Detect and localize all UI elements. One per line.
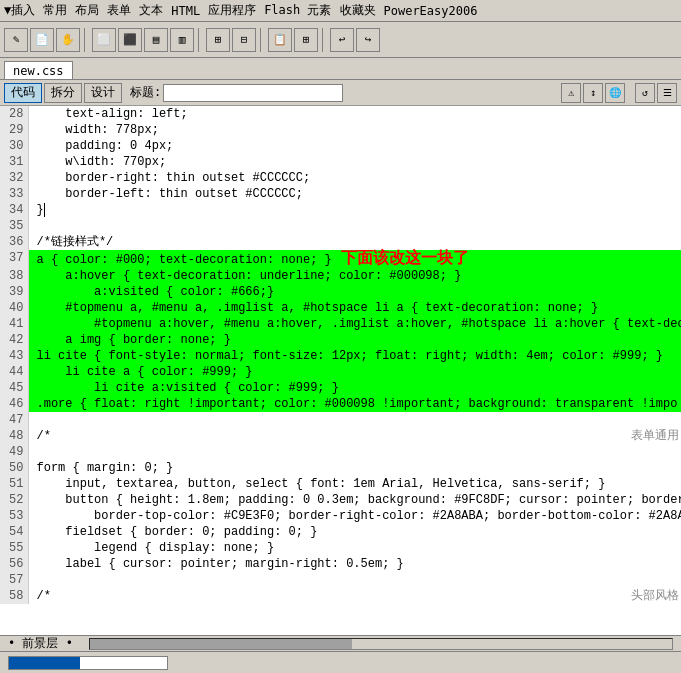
toolbar-btn-4[interactable]: ⬜ — [92, 28, 116, 52]
code-content: w\idth: 770px; — [28, 154, 681, 170]
horizontal-scroll[interactable]: • 前景层 • — [0, 635, 681, 649]
code-content: label { cursor: pointer; margin-right: 0… — [28, 556, 681, 572]
options-icon[interactable]: ☰ — [657, 83, 677, 103]
toolbar-btn-5[interactable]: ⬛ — [118, 28, 142, 52]
text-cursor — [44, 203, 45, 217]
code-content: border-top-color: #C9E3F0; border-right-… — [28, 508, 681, 524]
code-content: width: 778px; — [28, 122, 681, 138]
line-number: 34 — [0, 202, 28, 218]
toolbar-btn-9[interactable]: ⊟ — [232, 28, 256, 52]
menu-text[interactable]: 文本 — [139, 2, 163, 19]
toolbar: ✎ 📄 ✋ ⬜ ⬛ ▤ ▥ ⊞ ⊟ 📋 ⊞ ↩ ↪ — [0, 22, 681, 58]
menu-flash[interactable]: Flash 元素 — [264, 2, 331, 19]
toolbar-btn-6[interactable]: ▤ — [144, 28, 168, 52]
table-row: 49 — [0, 444, 681, 460]
code-content: button { height: 1.8em; padding: 0 0.3em… — [28, 492, 681, 508]
code-content: #topmenu a, #menu a, .imglist a, #hotspa… — [28, 300, 681, 316]
table-row: 51 input, textarea, button, select { fon… — [0, 476, 681, 492]
code-content: /*链接样式*/ — [28, 234, 681, 250]
toolbar-btn-1[interactable]: ✎ — [4, 28, 28, 52]
line-number: 55 — [0, 540, 28, 556]
menu-html[interactable]: HTML — [171, 4, 200, 18]
code-content: padding: 0 4px; — [28, 138, 681, 154]
menu-layout[interactable]: 布局 — [75, 2, 99, 19]
table-row: 30 padding: 0 4px; — [0, 138, 681, 154]
line-number: 50 — [0, 460, 28, 476]
table-row: 52 button { height: 1.8em; padding: 0 0.… — [0, 492, 681, 508]
code-content: /*头部风格 — [28, 588, 681, 604]
code-content: } — [28, 202, 681, 218]
code-content: fieldset { border: 0; padding: 0; } — [28, 524, 681, 540]
menu-app[interactable]: 应用程序 — [208, 2, 256, 19]
table-row: 53 border-top-color: #C9E3F0; border-rig… — [0, 508, 681, 524]
design-view-btn[interactable]: 设计 — [84, 83, 122, 103]
table-row: 43li cite { font-style: normal; font-siz… — [0, 348, 681, 364]
code-content: #topmenu a:hover, #menu a:hover, .imglis… — [28, 316, 681, 332]
toolbar-btn-7[interactable]: ▥ — [170, 28, 194, 52]
table-row: 34} — [0, 202, 681, 218]
validate-icon[interactable]: ⚠ — [561, 83, 581, 103]
right-icons: ⚠ ↕ 🌐 ↺ ☰ — [561, 83, 677, 103]
toolbar-btn-12[interactable]: ↩ — [330, 28, 354, 52]
toolbar-btn-8[interactable]: ⊞ — [206, 28, 230, 52]
menu-common[interactable]: 常用 — [43, 2, 67, 19]
tab-bar: new.css — [0, 58, 681, 80]
line-number: 51 — [0, 476, 28, 492]
menu-bookmarks[interactable]: 收藏夹 — [340, 2, 376, 19]
browser-icon[interactable]: ↕ — [583, 83, 603, 103]
line-number: 40 — [0, 300, 28, 316]
toolbar-btn-2[interactable]: 📄 — [30, 28, 54, 52]
toolbar-sep-3 — [260, 28, 264, 52]
table-row: 56 label { cursor: pointer; margin-right… — [0, 556, 681, 572]
edit-toolbar: 代码 拆分 设计 标题: ⚠ ↕ 🌐 ↺ ☰ — [0, 80, 681, 106]
line-number: 39 — [0, 284, 28, 300]
title-input[interactable] — [163, 84, 343, 102]
right-comment: 头部风格 — [631, 588, 681, 604]
toolbar-btn-10[interactable]: 📋 — [268, 28, 292, 52]
bottom-tab[interactable]: • 前景层 • — [0, 635, 81, 649]
table-row: 33 border-left: thin outset #CCCCCC; — [0, 186, 681, 202]
line-number: 36 — [0, 234, 28, 250]
menu-bar: ▼插入 常用 布局 表单 文本 HTML 应用程序 Flash 元素 收藏夹 P… — [0, 0, 681, 22]
code-content: a:hover { text-decoration: underline; co… — [28, 268, 681, 284]
table-row: 38 a:hover { text-decoration: underline;… — [0, 268, 681, 284]
annotation-text: 下面该改这一块了 — [332, 249, 469, 266]
toolbar-btn-13[interactable]: ↪ — [356, 28, 380, 52]
menu-form[interactable]: 表单 — [107, 2, 131, 19]
line-number: 44 — [0, 364, 28, 380]
code-content: a img { border: none; } — [28, 332, 681, 348]
split-view-btn[interactable]: 拆分 — [44, 83, 82, 103]
globe-icon[interactable]: 🌐 — [605, 83, 625, 103]
table-row: 41 #topmenu a:hover, #menu a:hover, .img… — [0, 316, 681, 332]
menu-insert[interactable]: ▼插入 — [4, 2, 35, 19]
table-row: 32 border-right: thin outset #CCCCCC; — [0, 170, 681, 186]
table-row: 42 a img { border: none; } — [0, 332, 681, 348]
line-number: 43 — [0, 348, 28, 364]
code-content: a:visited { color: #666;} — [28, 284, 681, 300]
table-row: 46.more { float: right !important; color… — [0, 396, 681, 412]
table-row: 29 width: 778px; — [0, 122, 681, 138]
toolbar-btn-11[interactable]: ⊞ — [294, 28, 318, 52]
table-row: 40 #topmenu a, #menu a, .imglist a, #hot… — [0, 300, 681, 316]
table-row: 47 — [0, 412, 681, 428]
line-number: 38 — [0, 268, 28, 284]
line-number: 54 — [0, 524, 28, 540]
menu-powereasy[interactable]: PowerEasy2006 — [384, 4, 478, 18]
title-label: 标题: — [130, 84, 161, 101]
code-content: li cite a { color: #999; } — [28, 364, 681, 380]
refresh-icon[interactable]: ↺ — [635, 83, 655, 103]
code-view-btn[interactable]: 代码 — [4, 83, 42, 103]
line-number: 46 — [0, 396, 28, 412]
line-number: 28 — [0, 106, 28, 122]
table-row: 37a { color: #000; text-decoration: none… — [0, 250, 681, 268]
toolbar-btn-3[interactable]: ✋ — [56, 28, 80, 52]
code-editor[interactable]: 28 text-align: left;29 width: 778px;30 p… — [0, 106, 681, 649]
code-content — [28, 218, 681, 234]
code-content — [28, 572, 681, 588]
table-row: 50form { margin: 0; } — [0, 460, 681, 476]
line-number: 47 — [0, 412, 28, 428]
toolbar-sep-1 — [84, 28, 88, 52]
table-row: 58/*头部风格 — [0, 588, 681, 604]
file-tab[interactable]: new.css — [4, 61, 73, 79]
code-content: legend { display: none; } — [28, 540, 681, 556]
